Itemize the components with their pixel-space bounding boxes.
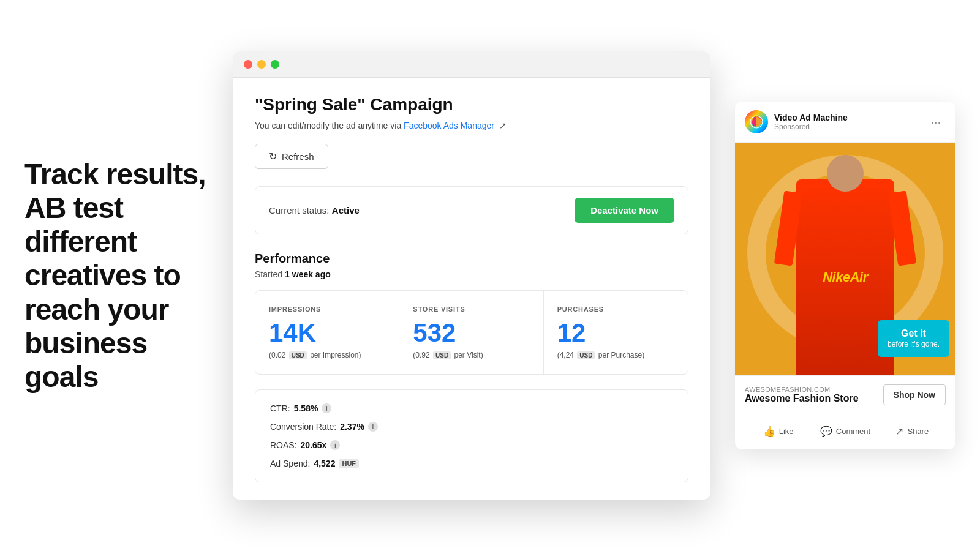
refresh-icon: ↻ xyxy=(269,151,277,162)
purchases-sub: (4,24 USD per Purchase) xyxy=(557,351,674,359)
impressions-sub: (0.02 USD per Impression) xyxy=(269,351,385,359)
share-label: Share xyxy=(907,427,929,436)
share-button[interactable]: ↗ Share xyxy=(879,422,946,441)
conversion-row: Conversion Rate: 2.37% i xyxy=(270,422,673,432)
ad-image-container: NikeAir Get it before it's gone. xyxy=(735,143,956,375)
minimize-dot[interactable] xyxy=(257,60,266,69)
maximize-dot[interactable] xyxy=(271,60,279,69)
ctr-row: CTR: 5.58% i xyxy=(270,403,673,413)
deactivate-button[interactable]: Deactivate Now xyxy=(575,198,674,223)
roas-info-icon[interactable]: i xyxy=(330,440,340,450)
comment-button[interactable]: 💬 Comment xyxy=(812,422,878,441)
ad-logo-icon xyxy=(745,110,768,133)
shop-now-button[interactable]: Shop Now xyxy=(883,384,946,405)
ad-header-left: Video Ad Machine Sponsored xyxy=(745,110,848,133)
ad-actions: 👍 Like 💬 Comment ↗ Share xyxy=(745,414,946,441)
nike-text: NikeAir xyxy=(823,269,868,285)
conversion-info-icon[interactable]: i xyxy=(368,422,378,432)
facebook-ads-manager-link[interactable]: Facebook Ads Manager xyxy=(404,121,494,130)
comment-icon: 💬 xyxy=(820,425,832,437)
ad-store-row: AWESOMEFASHION.COM Awesome Fashion Store… xyxy=(745,384,946,405)
performance-title: Performance xyxy=(255,252,688,266)
share-icon: ↗ xyxy=(895,425,903,437)
ad-brand-info: Video Ad Machine Sponsored xyxy=(774,113,848,131)
close-dot[interactable] xyxy=(244,60,252,69)
metric-purchases: PURCHASES 12 (4,24 USD per Purchase) xyxy=(544,291,688,374)
ad-more-options[interactable]: ··· xyxy=(925,113,946,132)
campaign-title: "Spring Sale" Campaign xyxy=(255,95,688,114)
ad-store-info: AWESOMEFASHION.COM Awesome Fashion Store xyxy=(745,386,859,404)
browser-content: "Spring Sale" Campaign You can edit/modi… xyxy=(233,78,710,500)
performance-section: Performance Started 1 week ago IMPRESSIO… xyxy=(255,252,688,482)
comment-label: Comment xyxy=(836,427,870,436)
person-head xyxy=(827,155,864,192)
status-text: Current status: Active xyxy=(269,205,360,216)
roas-row: ROAS: 20.65x i xyxy=(270,440,673,450)
ctr-info-icon[interactable]: i xyxy=(322,403,331,413)
like-button[interactable]: 👍 Like xyxy=(745,422,812,441)
refresh-button[interactable]: ↻ Refresh xyxy=(255,144,328,169)
metrics-grid: IMPRESSIONS 14K (0.02 USD per Impression… xyxy=(255,290,688,375)
visits-sub: (0.92 USD per Visit) xyxy=(413,351,529,359)
adspend-row: Ad Spend: 4,522 HUF xyxy=(270,459,673,468)
metric-store-visits: STORE VISITS 532 (0.92 USD per Visit) xyxy=(399,291,543,374)
ad-footer: AWESOMEFASHION.COM Awesome Fashion Store… xyxy=(735,375,956,449)
like-label: Like xyxy=(779,427,794,436)
browser-window: "Spring Sale" Campaign You can edit/modi… xyxy=(233,51,710,500)
edit-note: You can edit/modify the ad anytime via F… xyxy=(255,121,688,130)
started-text: Started 1 week ago xyxy=(255,269,688,279)
ad-header: Video Ad Machine Sponsored ··· xyxy=(735,102,956,143)
metric-impressions: IMPRESSIONS 14K (0.02 USD per Impression… xyxy=(255,291,399,374)
like-icon: 👍 xyxy=(763,425,775,437)
left-panel: Track results, AB test different creativ… xyxy=(0,121,233,430)
get-it-badge: Get it before it's gone. xyxy=(878,320,949,357)
ad-panel: Video Ad Machine Sponsored ··· NikeAir G… xyxy=(735,102,956,449)
headline: Track results, AB test different creativ… xyxy=(24,157,208,394)
browser-titlebar xyxy=(233,51,710,78)
stats-card: CTR: 5.58% i Conversion Rate: 2.37% i RO… xyxy=(255,389,688,482)
status-bar: Current status: Active Deactivate Now xyxy=(255,186,688,234)
